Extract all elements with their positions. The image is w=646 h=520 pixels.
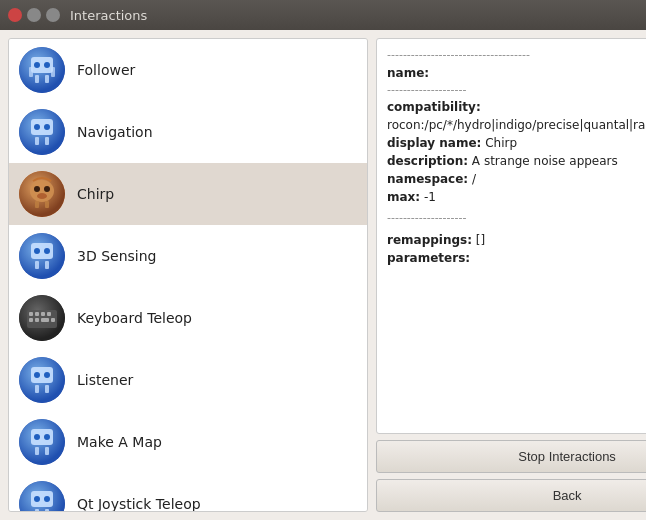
svg-point-17 [44, 186, 50, 192]
svg-rect-12 [35, 137, 39, 145]
svg-rect-33 [29, 318, 33, 322]
svg-rect-4 [35, 75, 39, 83]
list-item-chirp[interactable]: Chirp [9, 163, 367, 225]
namespace-field: namespace: / [387, 170, 646, 188]
info-box: ------------------------------------ nam… [376, 38, 646, 434]
svg-rect-26 [45, 261, 49, 269]
svg-point-40 [44, 372, 50, 378]
list-item-listener[interactable]: Listener [9, 349, 367, 411]
svg-rect-19 [35, 201, 39, 208]
separator3: -------------------- [387, 210, 646, 227]
chirp-icon [19, 171, 65, 217]
window-title: Interactions [70, 8, 147, 23]
chirp-label: Chirp [77, 186, 114, 202]
window: Interactions [0, 0, 646, 520]
title-bar: Interactions [0, 0, 646, 30]
svg-point-10 [34, 124, 40, 130]
back-button[interactable]: Back [376, 479, 646, 512]
qt-joystick-teleop-label: Qt Joystick Teleop [77, 496, 201, 512]
svg-point-24 [44, 248, 50, 254]
close-button[interactable] [8, 8, 22, 22]
svg-rect-34 [35, 318, 39, 322]
svg-point-11 [44, 124, 50, 130]
maximize-button[interactable] [46, 8, 60, 22]
svg-rect-48 [45, 447, 49, 455]
svg-rect-36 [51, 318, 55, 322]
svg-rect-7 [51, 67, 55, 77]
svg-point-51 [34, 496, 40, 502]
svg-rect-30 [35, 312, 39, 316]
svg-point-18 [37, 193, 47, 199]
follower-label: Follower [77, 62, 135, 78]
list-item-keyboard-teleop[interactable]: Keyboard Teleop [9, 287, 367, 349]
navigation-icon [19, 109, 65, 155]
svg-point-39 [34, 372, 40, 378]
listener-label: Listener [77, 372, 133, 388]
svg-rect-54 [45, 509, 49, 512]
listener-icon [19, 357, 65, 403]
svg-rect-6 [29, 67, 33, 77]
make-a-map-icon [19, 419, 65, 465]
svg-rect-20 [45, 201, 49, 208]
svg-rect-25 [35, 261, 39, 269]
make-a-map-label: Make A Map [77, 434, 162, 450]
keyboard-teleop-icon [19, 295, 65, 341]
svg-point-16 [34, 186, 40, 192]
display-name-field: display name: Chirp [387, 134, 646, 152]
svg-rect-13 [45, 137, 49, 145]
separator2: -------------------- [387, 82, 646, 99]
3d-sensing-label: 3D Sensing [77, 248, 156, 264]
stop-interactions-button[interactable]: Stop Interactions [376, 440, 646, 473]
svg-point-46 [44, 434, 50, 440]
svg-point-23 [34, 248, 40, 254]
right-panel: ------------------------------------ nam… [376, 38, 646, 512]
svg-rect-35 [41, 318, 49, 322]
navigation-label: Navigation [77, 124, 153, 140]
svg-rect-42 [45, 385, 49, 393]
interaction-list: Follower [8, 38, 368, 512]
list-item-follower[interactable]: Follower [9, 39, 367, 101]
title-bar-buttons [8, 8, 60, 22]
svg-point-52 [44, 496, 50, 502]
svg-point-3 [44, 62, 50, 68]
svg-rect-5 [45, 75, 49, 83]
remappings-field: remappings: [] [387, 231, 646, 249]
svg-rect-47 [35, 447, 39, 455]
parameters-field: parameters: [387, 249, 646, 267]
minimize-button[interactable] [27, 8, 41, 22]
name-field: name: [387, 64, 646, 82]
separator1: ------------------------------------ [387, 47, 646, 64]
svg-rect-31 [41, 312, 45, 316]
keyboard-teleop-label: Keyboard Teleop [77, 310, 192, 326]
svg-rect-29 [29, 312, 33, 316]
compatibility-field: compatibility: rocon:/pc/*/hydro|indigo/… [387, 98, 646, 134]
list-item-qt-joystick-teleop[interactable]: Qt Joystick Teleop [9, 473, 367, 512]
follower-icon [19, 47, 65, 93]
list-item-navigation[interactable]: Navigation [9, 101, 367, 163]
main-content: Follower [0, 30, 646, 520]
svg-point-2 [34, 62, 40, 68]
3d-sensing-icon [19, 233, 65, 279]
svg-point-45 [34, 434, 40, 440]
description-field: description: A strange noise appears [387, 152, 646, 170]
svg-rect-53 [35, 509, 39, 512]
svg-rect-32 [47, 312, 51, 316]
list-item-3d-sensing[interactable]: 3D Sensing [9, 225, 367, 287]
list-item-make-a-map[interactable]: Make A Map [9, 411, 367, 473]
qt-joystick-teleop-icon [19, 481, 65, 512]
svg-rect-41 [35, 385, 39, 393]
max-field: max: -1 [387, 188, 646, 206]
